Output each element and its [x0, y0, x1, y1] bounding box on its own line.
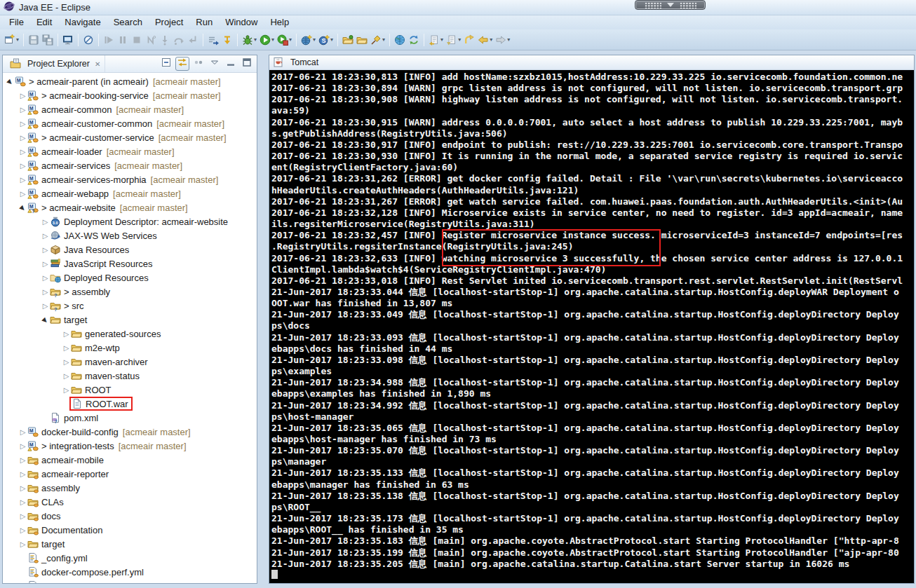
dropdown-arrow-icon[interactable]: ▾ [507, 36, 510, 43]
tree-item-maven-archiver[interactable]: maven-archiver [3, 355, 257, 369]
new-service-button[interactable]: S▾ [317, 32, 335, 48]
tree-item-docker-compose-yml[interactable]: docker-compose.yml [3, 579, 257, 583]
twistie-icon[interactable] [41, 246, 50, 254]
tree-item-acmeair-parent-in-acmeair-[interactable]: M> acmeair-parent (in acmeair)[acmeair m… [3, 74, 257, 88]
stop-button[interactable] [130, 32, 144, 48]
twistie-icon[interactable] [18, 204, 27, 212]
twistie-icon[interactable] [18, 526, 27, 534]
resume-button[interactable] [102, 32, 116, 48]
twistie-icon[interactable] [18, 498, 27, 506]
tree-item-target[interactable]: target [3, 537, 257, 551]
minimize-button[interactable] [224, 57, 238, 71]
tree-item-docs[interactable]: docs [3, 509, 257, 523]
tree-item-java-resources[interactable]: Java Resources [3, 242, 257, 257]
twistie-icon[interactable] [41, 260, 50, 268]
screen-overlay-widget[interactable] [635, 0, 706, 10]
tree-item-maven-status[interactable]: maven-status [3, 369, 257, 383]
menu-help[interactable]: Help [264, 15, 295, 29]
tree-item-documentation[interactable]: Documentation [3, 523, 257, 537]
tree-item-acmeair-mobile[interactable]: acmeair-mobile [3, 453, 257, 467]
twistie-icon[interactable] [18, 484, 27, 492]
tree-item-m2e-wtp[interactable]: m2e-wtp [3, 341, 257, 355]
twistie-icon[interactable] [18, 442, 27, 450]
tree-item-assembly[interactable]: ?> assembly [3, 285, 257, 299]
tree-item-acmeair-services-morphia[interactable]: Macmeair-services-morphia[acmeair master… [3, 172, 257, 186]
twistie-icon[interactable] [41, 288, 50, 296]
step-return-button[interactable] [186, 32, 200, 48]
tree-item-root[interactable]: ROOT [3, 383, 257, 397]
dropdown-arrow-icon[interactable]: ▾ [490, 36, 492, 43]
dropdown-arrow-icon[interactable]: ▾ [313, 36, 316, 43]
menu-file[interactable]: File [3, 15, 30, 29]
view-menu-button[interactable] [208, 57, 222, 71]
twistie-icon[interactable] [18, 190, 27, 198]
twistie-icon[interactable] [62, 386, 71, 394]
twistie-icon[interactable] [18, 540, 27, 548]
next-annotation-button[interactable]: ▾ [445, 32, 462, 48]
debug-button[interactable]: ▾ [241, 32, 258, 48]
tree-item-src[interactable]: ?> src [3, 299, 257, 313]
step-into-button[interactable] [158, 32, 172, 48]
tree-item-target[interactable]: target [3, 313, 257, 327]
twistie-icon[interactable] [41, 218, 50, 226]
twistie-icon[interactable] [6, 78, 15, 86]
console-output[interactable]: 2017-06-21 18:23:30,813 [INFO] add hostN… [269, 70, 914, 583]
menu-navigate[interactable]: Navigate [58, 15, 107, 29]
chevron-down-icon[interactable] [667, 3, 674, 7]
tree-item-deployed-resources[interactable]: Deployed Resources [3, 271, 257, 285]
back-curved-button[interactable] [462, 32, 476, 48]
tree-item-acmeair-loader[interactable]: Macmeair-loader[acmeair master] [3, 144, 257, 158]
twistie-icon[interactable] [18, 470, 27, 478]
twistie-icon[interactable] [18, 456, 27, 464]
run-button[interactable]: ▾ [258, 32, 276, 48]
new-wizard-button[interactable]: ▾ [3, 32, 20, 48]
sash[interactable] [257, 55, 269, 584]
menu-window[interactable]: Window [219, 15, 264, 29]
twistie-icon[interactable] [41, 232, 50, 240]
twistie-icon[interactable] [41, 274, 50, 282]
twistie-icon[interactable] [18, 428, 27, 436]
tree-item-acmeair-common[interactable]: Macmeair-common[acmeair master] [3, 102, 257, 116]
drop-to-frame-button[interactable] [220, 32, 234, 48]
tree-item-root-war[interactable]: ROOT.war [3, 397, 257, 411]
tree-item-acmeair-customer-service[interactable]: M> acmeair-customer-service[acmeair mast… [3, 130, 257, 144]
twistie-icon[interactable] [18, 92, 27, 100]
tree-item-javascript-resources[interactable]: JavaScript Resources [3, 257, 257, 271]
tree-item-acmeair-reporter[interactable]: acmeair-reporter [3, 467, 257, 481]
tree-item-acmeair-website[interactable]: M?> acmeair-website[acmeair master] [3, 200, 257, 214]
forward-button[interactable]: ▾ [494, 32, 511, 48]
twistie-icon[interactable] [41, 302, 50, 310]
tree-item-jax-ws-web-services[interactable]: JAX-WS Web Services [3, 228, 257, 242]
new-web-project-button[interactable]: ▾ [299, 32, 317, 48]
pause-button[interactable] [116, 32, 130, 48]
tree-item-clas[interactable]: CLAs [3, 495, 257, 509]
profile-button[interactable]: ▾ [276, 32, 293, 48]
tree-item-integration-tests[interactable]: M> integration-tests[acmeair master] [3, 439, 257, 453]
tree-item-pom-xml[interactable]: m?pom.xml [3, 411, 257, 425]
tree-item-acmeair-customer-common[interactable]: Macmeair-customer-common[acmeair master] [3, 116, 257, 130]
close-icon[interactable]: ✕ [95, 60, 100, 68]
skip-all-breakpoints-button[interactable] [206, 32, 220, 48]
tree-item-docker-compose-perf-yml[interactable]: docker-compose.perf.yml [3, 565, 257, 579]
skip-breakpoints-button[interactable] [81, 32, 95, 48]
last-edit-location-button[interactable]: ▾ [427, 32, 445, 48]
collapse-all-button[interactable] [159, 57, 173, 71]
menu-search[interactable]: Search [107, 15, 149, 29]
tree-item-generated-sources[interactable]: generated-sources [3, 327, 257, 341]
web-browser-button[interactable] [393, 32, 407, 48]
twistie-icon[interactable] [18, 106, 27, 114]
dropdown-arrow-icon[interactable]: ▾ [382, 36, 385, 43]
back-button[interactable]: ▾ [476, 32, 494, 48]
menu-run[interactable]: Run [189, 15, 219, 29]
dropdown-arrow-icon[interactable]: ▾ [440, 36, 443, 43]
twistie-icon[interactable] [62, 330, 71, 338]
twistie-icon[interactable] [62, 372, 71, 380]
tree-item-acmeair-services[interactable]: Macmeair-services[acmeair master] [3, 158, 257, 172]
twistie-icon[interactable] [18, 512, 27, 520]
dropdown-arrow-icon[interactable]: ▾ [458, 36, 461, 43]
menu-edit[interactable]: Edit [30, 15, 58, 29]
disconnect-button[interactable] [144, 32, 158, 48]
tree-item-acmeair-webapp[interactable]: Macmeair-webapp[acmeair master] [3, 186, 257, 200]
maximize-button[interactable] [240, 57, 254, 71]
save-all-button[interactable] [41, 32, 55, 48]
